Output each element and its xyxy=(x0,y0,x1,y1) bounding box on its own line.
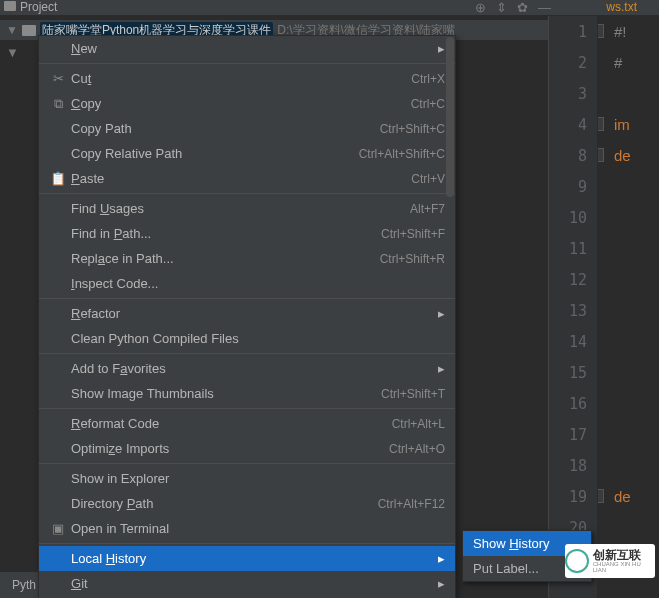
menu-refactor[interactable]: Refactor▸ xyxy=(39,301,455,326)
line-number: 16 xyxy=(549,388,597,419)
code-text: im xyxy=(614,116,630,133)
menu-open-terminal[interactable]: ▣Open in Terminal xyxy=(39,516,455,541)
hide-icon[interactable]: — xyxy=(538,0,551,15)
line-number: 11 xyxy=(549,233,597,264)
editor-gutter: 1 2 3 4 8 9 10 11 12 13 14 15 16 17 18 1… xyxy=(548,16,598,598)
menu-add-favorites[interactable]: Add to Favorites▸ xyxy=(39,356,455,381)
menu-separator xyxy=(39,63,455,64)
menu-separator xyxy=(39,543,455,544)
code-text: de xyxy=(614,488,631,505)
editor-tab-ws[interactable]: ws.txt xyxy=(606,0,637,14)
project-tool-label[interactable]: Project xyxy=(20,0,57,14)
line-number: 14 xyxy=(549,326,597,357)
collapse-icon[interactable]: ⇕ xyxy=(496,0,507,15)
submenu-arrow-icon: ▸ xyxy=(438,306,445,321)
cut-icon: ✂ xyxy=(49,71,67,86)
line-number: 2 xyxy=(549,47,597,78)
submenu-arrow-icon: ▸ xyxy=(438,576,445,591)
line-number: 1 xyxy=(549,16,597,47)
menu-directory-path[interactable]: Directory PathCtrl+Alt+F12 xyxy=(39,491,455,516)
title-bar: Project ⊕ ⇕ ✿ — ws.txt xyxy=(0,0,659,16)
menu-inspect-code[interactable]: Inspect Code... xyxy=(39,271,455,296)
line-number: 17 xyxy=(549,419,597,450)
menu-paste[interactable]: 📋PasteCtrl+V xyxy=(39,166,455,191)
menu-separator xyxy=(39,298,455,299)
fold-region-icon[interactable] xyxy=(598,117,604,131)
project-folder-icon xyxy=(4,1,16,11)
terminal-icon: ▣ xyxy=(49,521,67,536)
menu-copy[interactable]: ⧉CopyCtrl+C xyxy=(39,91,455,116)
tree-folder-icon xyxy=(22,25,36,36)
toolbar-icons: ⊕ ⇕ ✿ — xyxy=(475,0,551,15)
tree-expand-arrow-icon-2[interactable]: ▼ xyxy=(6,45,19,60)
menu-separator xyxy=(39,463,455,464)
menu-reformat-code[interactable]: Reformat CodeCtrl+Alt+L xyxy=(39,411,455,436)
watermark-logo: 创新互联 CHUANG XIN HU LIAN xyxy=(565,544,655,578)
line-number: 8 xyxy=(549,140,597,171)
line-number: 18 xyxy=(549,450,597,481)
line-number: 12 xyxy=(549,264,597,295)
menu-separator xyxy=(39,408,455,409)
menu-separator xyxy=(39,353,455,354)
copy-icon: ⧉ xyxy=(49,96,67,112)
paste-icon: 📋 xyxy=(49,171,67,186)
menu-optimize-imports[interactable]: Optimize ImportsCtrl+Alt+O xyxy=(39,436,455,461)
watermark-url: CHUANG XIN HU LIAN xyxy=(593,561,655,573)
line-number: 3 xyxy=(549,78,597,109)
menu-find-in-path[interactable]: Find in Path...Ctrl+Shift+F xyxy=(39,221,455,246)
line-number: 19 xyxy=(549,481,597,512)
line-number: 4 xyxy=(549,109,597,140)
submenu-arrow-icon: ▸ xyxy=(438,361,445,376)
submenu-arrow-icon: ▸ xyxy=(438,41,445,56)
tree-expand-arrow-icon[interactable]: ▼ xyxy=(6,23,18,37)
menu-copy-relative-path[interactable]: Copy Relative PathCtrl+Alt+Shift+C xyxy=(39,141,455,166)
menu-new[interactable]: New▸ xyxy=(39,36,455,61)
line-number: 15 xyxy=(549,357,597,388)
context-menu: New▸ ✂CutCtrl+X ⧉CopyCtrl+C Copy PathCtr… xyxy=(38,35,456,598)
line-number: 13 xyxy=(549,295,597,326)
python-console-tab-label: Pyth xyxy=(12,578,36,592)
watermark-brand: 创新互联 xyxy=(593,549,655,561)
menu-copy-path[interactable]: Copy PathCtrl+Shift+C xyxy=(39,116,455,141)
fold-region-icon[interactable] xyxy=(598,24,604,38)
fold-region-icon[interactable] xyxy=(598,489,604,503)
menu-separator xyxy=(39,193,455,194)
menu-show-in-explorer[interactable]: Show in Explorer xyxy=(39,466,455,491)
target-icon[interactable]: ⊕ xyxy=(475,0,486,15)
line-number: 9 xyxy=(549,171,597,202)
menu-local-history[interactable]: Local History▸ xyxy=(39,546,455,571)
watermark-icon xyxy=(565,549,589,573)
code-text: # xyxy=(614,54,622,71)
menu-clean-pyc[interactable]: Clean Python Compiled Files xyxy=(39,326,455,351)
submenu-arrow-icon: ▸ xyxy=(438,551,445,566)
menu-replace-in-path[interactable]: Replace in Path...Ctrl+Shift+R xyxy=(39,246,455,271)
line-number: 10 xyxy=(549,202,597,233)
gear-icon[interactable]: ✿ xyxy=(517,0,528,15)
menu-find-usages[interactable]: Find UsagesAlt+F7 xyxy=(39,196,455,221)
code-text: de xyxy=(614,147,631,164)
editor-content[interactable]: #! # im de de xyxy=(598,16,659,598)
menu-show-thumbnails[interactable]: Show Image ThumbnailsCtrl+Shift+T xyxy=(39,381,455,406)
menu-cut[interactable]: ✂CutCtrl+X xyxy=(39,66,455,91)
code-text: #! xyxy=(614,23,627,40)
menu-git[interactable]: Git▸ xyxy=(39,571,455,596)
fold-region-icon[interactable] xyxy=(598,148,604,162)
